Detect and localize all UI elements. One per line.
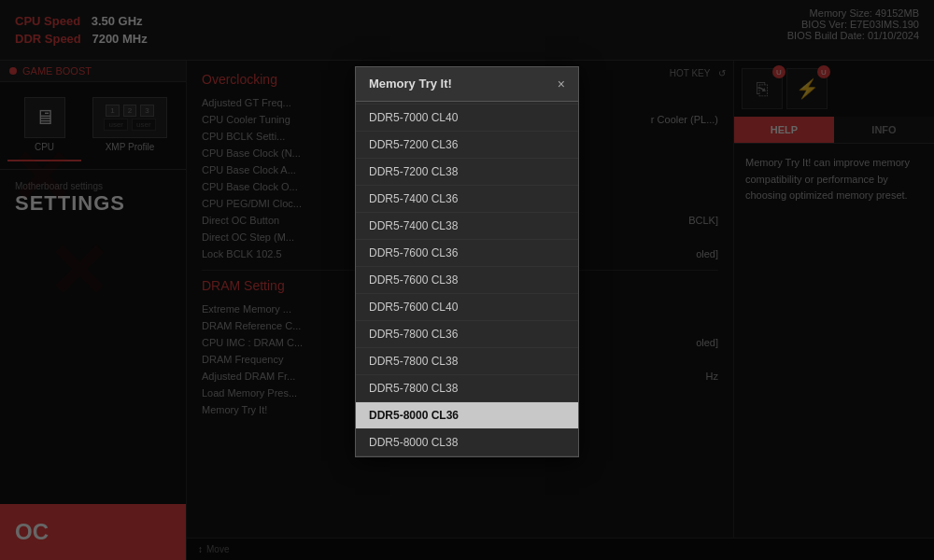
memory-item[interactable]: DDR5-7800 CL36 xyxy=(356,321,578,348)
memory-items-list: DDR5-6200 CL32DDR5-6200 CL36DDR5-6200 CL… xyxy=(356,102,578,456)
memory-item[interactable]: DDR5-7800 CL38 xyxy=(356,375,578,402)
memory-item[interactable]: DDR5-8000 CL36 xyxy=(356,402,578,429)
modal-body[interactable]: DDR5-6200 CL32DDR5-6200 CL36DDR5-6200 CL… xyxy=(356,102,578,456)
modal-close-button[interactable]: × xyxy=(558,77,565,91)
memory-item[interactable]: DDR5-7200 CL36 xyxy=(356,132,578,159)
memory-item[interactable]: DDR5-8000 CL38 xyxy=(356,429,578,456)
modal-overlay: Memory Try It! × DDR5-6200 CL32DDR5-6200… xyxy=(0,0,934,560)
modal-header: Memory Try It! × xyxy=(356,67,578,102)
memory-item[interactable]: DDR5-7000 CL40 xyxy=(356,105,578,132)
memory-item[interactable]: DDR5-7800 CL38 xyxy=(356,348,578,375)
memory-item[interactable]: DDR5-7600 CL38 xyxy=(356,267,578,294)
memory-try-it-modal: Memory Try It! × DDR5-6200 CL32DDR5-6200… xyxy=(355,66,579,457)
memory-item[interactable]: DDR5-7200 CL38 xyxy=(356,159,578,186)
memory-item[interactable]: DDR5-7600 CL36 xyxy=(356,240,578,267)
memory-item[interactable]: DDR5-7400 CL36 xyxy=(356,186,578,213)
memory-item[interactable]: DDR5-7600 CL40 xyxy=(356,294,578,321)
modal-title: Memory Try It! xyxy=(369,77,452,91)
memory-item[interactable]: DDR5-7400 CL38 xyxy=(356,213,578,240)
